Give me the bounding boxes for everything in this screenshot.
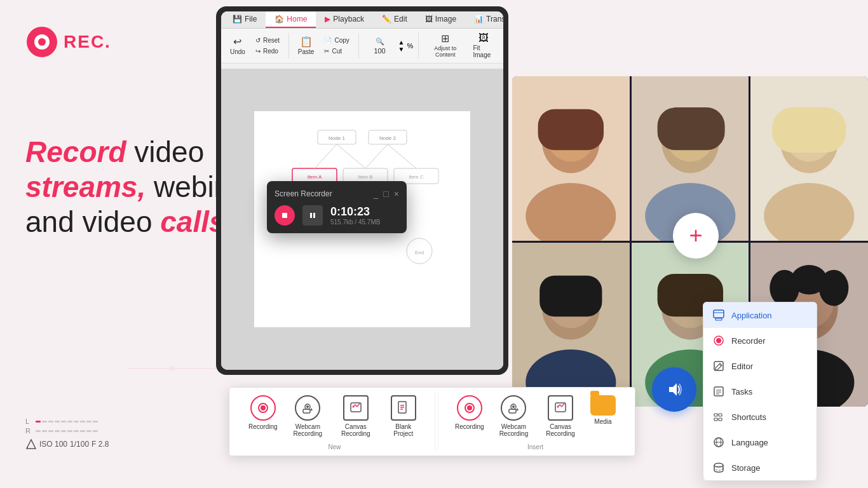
- popup-controls: _ □ ×: [374, 189, 399, 199]
- video-cell-1: [512, 76, 630, 241]
- ribbon-toolbar: Recording Webcam Recording: [229, 387, 635, 456]
- canvas-recording-icon: [343, 395, 369, 421]
- video-cell-3: [750, 76, 868, 241]
- redo-button[interactable]: ↪ Redo: [252, 46, 283, 56]
- menu-language-label: Language: [731, 438, 768, 447]
- svg-point-97: [716, 338, 721, 343]
- svg-text:Item C: Item C: [409, 174, 424, 180]
- svg-text:End: End: [415, 250, 424, 255]
- menu-item-shortcuts[interactable]: Shortcuts: [703, 404, 817, 430]
- canvas-label: Canvas Recording: [338, 423, 373, 437]
- tab-edit[interactable]: ✏️ Edit: [373, 11, 416, 28]
- context-menu: Application Recorder Editor: [703, 302, 817, 481]
- svg-rect-93: [714, 310, 724, 318]
- add-participant-button[interactable]: +: [673, 213, 719, 259]
- svg-point-15: [47, 30, 52, 36]
- svg-rect-104: [714, 414, 717, 416]
- hero-highlight-2: streams,: [25, 170, 146, 203]
- pause-button[interactable]: [302, 205, 323, 226]
- tasks-icon: [712, 385, 725, 398]
- popup-header: Screen Recorder _ □ ×: [275, 189, 399, 199]
- ribbon-blank-project[interactable]: Blank Project: [383, 393, 424, 440]
- tab-image[interactable]: 🖼 Image: [416, 11, 465, 28]
- record-button[interactable]: [275, 205, 295, 226]
- video-cell-4: [512, 243, 630, 407]
- ribbon-webcam-insert[interactable]: Webcam Recording: [493, 393, 535, 440]
- ribbon-canvas-insert[interactable]: Canvas Recording: [539, 393, 581, 440]
- svg-rect-72: [282, 213, 287, 218]
- menu-item-recorder[interactable]: Recorder: [703, 328, 817, 353]
- svg-text:Item B: Item B: [358, 174, 372, 180]
- recording-icon: [250, 395, 276, 421]
- minimize-button[interactable]: _: [374, 189, 379, 199]
- svg-point-14: [38, 38, 46, 46]
- ribbon-recording-insert[interactable]: Recording: [451, 393, 488, 440]
- close-button[interactable]: ×: [394, 189, 399, 199]
- hero-normal-3: and video: [25, 205, 160, 238]
- canvas-insert-label: Canvas Recording: [543, 423, 578, 437]
- menu-storage-label: Storage: [731, 463, 761, 473]
- svg-rect-73: [310, 213, 312, 218]
- aperture-value: F 2.8: [92, 440, 109, 449]
- canvas-insert-icon: [548, 395, 573, 421]
- svg-point-76: [261, 405, 266, 410]
- tab-home[interactable]: 🏠 Home: [266, 11, 316, 28]
- application-icon: [712, 309, 725, 322]
- menu-item-editor[interactable]: Editor: [703, 353, 817, 379]
- reset-button[interactable]: ↺ Reset: [252, 36, 283, 45]
- tab-file[interactable]: 💾 File: [224, 11, 266, 28]
- editor-icon: [712, 360, 725, 372]
- maximize-button[interactable]: □: [383, 189, 388, 199]
- svg-point-111: [714, 463, 723, 467]
- timer-display: 0:10:23: [330, 205, 380, 219]
- recording-insert-icon: [457, 395, 482, 421]
- webcam-insert-label: Webcam Recording: [497, 423, 531, 437]
- media-folder-icon: [590, 395, 616, 416]
- webcam-insert-icon: [501, 395, 526, 421]
- camera-label-r: R: [25, 427, 32, 435]
- tab-playback[interactable]: ▶ Playback: [316, 11, 373, 28]
- menu-editor-label: Editor: [731, 362, 753, 371]
- svg-line-31: [388, 144, 416, 168]
- divider-3: [418, 33, 419, 58]
- ribbon-canvas-new[interactable]: Canvas Recording: [334, 393, 377, 440]
- ribbon-recording-new[interactable]: Recording: [245, 393, 281, 440]
- webcam-label: Webcam Recording: [290, 423, 325, 437]
- menu-item-tasks[interactable]: Tasks: [703, 379, 817, 404]
- cut-button[interactable]: ✂ Cut: [320, 46, 353, 56]
- undo-button[interactable]: ↩ Undo: [226, 35, 249, 57]
- fit-image-button[interactable]: 🖼 Fit Image: [470, 31, 498, 60]
- menu-item-storage[interactable]: Storage: [703, 455, 817, 480]
- ribbon-webcam-new[interactable]: Webcam Recording: [287, 393, 329, 440]
- svg-point-78: [306, 405, 309, 408]
- menu-application-label: Application: [731, 311, 772, 320]
- iso-value: ISO 100: [39, 440, 67, 449]
- insert-section-label: Insert: [527, 444, 543, 451]
- percent-sign: %: [407, 42, 413, 50]
- menu-item-language[interactable]: Language: [703, 430, 817, 455]
- divider-1: [288, 33, 289, 58]
- tab-transitions[interactable]: 📊 Transitions: [465, 11, 503, 28]
- size-display: 515.7kb / 45.7MB: [330, 219, 380, 226]
- paste-button[interactable]: 📋 Paste: [294, 35, 318, 57]
- new-section-label: New: [329, 444, 341, 451]
- camera-info: L R: [25, 415, 109, 450]
- svg-marker-16: [27, 440, 36, 449]
- speaker-icon: [664, 379, 684, 400]
- svg-line-29: [337, 144, 365, 168]
- svg-line-28: [315, 144, 337, 168]
- blank-project-icon: [391, 395, 416, 421]
- zoom-up[interactable]: ▲: [398, 39, 405, 46]
- speaker-button[interactable]: [652, 367, 696, 412]
- ribbon-media-insert[interactable]: Media: [587, 393, 620, 440]
- zoom-down[interactable]: ▼: [398, 46, 405, 53]
- copy-button[interactable]: 📄 Copy: [320, 36, 353, 45]
- hero-normal-1: video: [134, 135, 204, 168]
- adjust-button[interactable]: ⊞ Adjust to Content: [424, 32, 466, 60]
- svg-rect-105: [719, 414, 722, 416]
- menu-item-application[interactable]: Application: [703, 302, 817, 328]
- media-label: Media: [594, 418, 611, 425]
- svg-rect-100: [714, 387, 723, 396]
- svg-point-87: [467, 405, 472, 410]
- editor-toolbar: 💾 File 🏠 Home ▶ Playback ✏️ Edit 🖼: [221, 11, 503, 64]
